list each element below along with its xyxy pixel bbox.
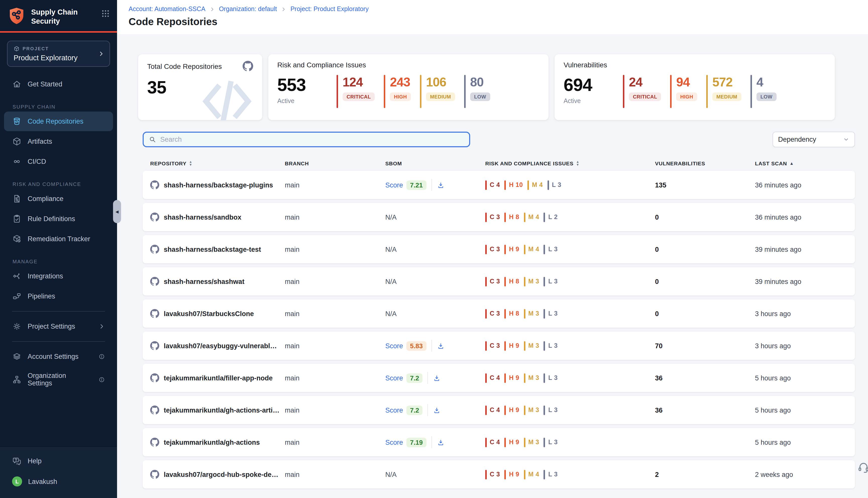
- support-headset-button[interactable]: [857, 461, 868, 474]
- project-selector[interactable]: PROJECT Product Exploratory: [7, 41, 110, 67]
- sidebar-item-organization-settings[interactable]: Organization Settings: [4, 367, 113, 392]
- risk-count-label: C 3: [490, 310, 500, 317]
- sidebar-item-rule-definitions[interactable]: Rule Definitions: [4, 209, 113, 228]
- risk-high: H 9: [505, 245, 519, 254]
- risk-issues-cell: C 3H 9M 4L 3: [485, 470, 655, 479]
- sidebar-item-ci-cd[interactable]: CI/CD: [4, 152, 113, 171]
- column-header-vulnerabilities: VULNERABILITIES: [655, 160, 755, 166]
- breadcrumb-link[interactable]: Organization: default: [219, 5, 277, 13]
- sidebar-user-menu[interactable]: LLavakush: [4, 471, 113, 492]
- download-sbom-icon[interactable]: [433, 374, 441, 382]
- github-icon: [150, 180, 159, 189]
- vulnerabilities-cell: 36: [655, 374, 755, 382]
- last-scan-cell: 3 hours ago: [755, 310, 855, 317]
- risk-low: L 3: [547, 180, 561, 190]
- sidebar-collapse-handle[interactable]: ◀: [113, 200, 121, 223]
- severity-badge: CRITICAL: [629, 92, 661, 101]
- sidebar-item-label: Remediation Tracker: [28, 235, 90, 243]
- severity-rule: [485, 245, 487, 254]
- project-cube-icon: [14, 46, 19, 52]
- repository-name: tejakummarikuntla/filler-app-node: [164, 374, 278, 382]
- severity-body: 243HIGH: [390, 75, 411, 108]
- download-sbom-icon[interactable]: [437, 438, 444, 446]
- breadcrumb-link[interactable]: Account: Automation-SSCA: [129, 5, 205, 13]
- sidebar-item-pipelines[interactable]: Pipelines: [4, 286, 113, 306]
- severity-rule: [505, 373, 506, 383]
- pipeline-icon: [12, 291, 22, 301]
- severity-rule: [505, 341, 506, 351]
- sbom-divider: [428, 404, 428, 416]
- table-row[interactable]: shash-harness/backstage-pluginsmainScore…: [143, 171, 855, 199]
- info-icon: [98, 353, 105, 360]
- table-row[interactable]: shash-harness/shashwatmainN/AC 3H 8M 3L …: [143, 267, 855, 296]
- column-header-label: BRANCH: [285, 160, 309, 166]
- risk-count-label: M 3: [528, 342, 539, 349]
- severity-badge: LOW: [757, 92, 777, 101]
- supply-chain-security-logo-icon: [7, 6, 26, 26]
- sidebar-item-code-repositories[interactable]: Code Repositories: [4, 112, 113, 131]
- vulnerabilities-cell: 2: [655, 471, 755, 478]
- page-header: Account: Automation-SSCAOrganization: de…: [117, 0, 868, 34]
- download-sbom-icon[interactable]: [437, 342, 444, 350]
- sbom-cell: Score7.21: [385, 179, 485, 191]
- search-input[interactable]: [160, 136, 464, 143]
- risk-critical: C 4: [485, 373, 500, 383]
- sidebar-item-compliance[interactable]: Compliance: [4, 189, 113, 209]
- last-scan-cell: 5 hours ago: [755, 374, 855, 382]
- sidebar-item-artifacts[interactable]: Artifacts: [4, 132, 113, 151]
- severity-rule: [524, 405, 525, 415]
- table-row[interactable]: lavakush07/easybuggy-vulnerable-app...ma…: [143, 332, 855, 360]
- risk-count-label: C 4: [490, 407, 500, 414]
- risk-count-label: M 3: [528, 439, 539, 446]
- table-row[interactable]: shash-harness/sandboxmainN/AC 3H 8M 4L 2…: [143, 203, 855, 231]
- severity-rule: [544, 212, 545, 222]
- project-selector-value: Product Exploratory: [14, 54, 104, 62]
- risk-count-label: L 3: [548, 471, 558, 478]
- sidebar-item-help[interactable]: Help: [4, 451, 113, 471]
- risk-critical: C 4: [485, 437, 500, 447]
- table-row[interactable]: tejakummarikuntla/filler-app-nodemainSco…: [143, 364, 855, 392]
- sidebar-item-integrations[interactable]: Integrations: [4, 266, 113, 286]
- column-header-last-scan[interactable]: LAST SCAN▲: [755, 160, 855, 166]
- dependency-filter-dropdown[interactable]: Dependency: [773, 132, 855, 147]
- risk-critical: C 3: [485, 341, 500, 351]
- sbom-divider: [428, 372, 428, 384]
- vulnerabilities-cell: 70: [655, 342, 755, 350]
- risk-medium: M 3: [524, 309, 539, 318]
- table-row[interactable]: lavakush07/argocd-hub-spoke-demomainN/AC…: [143, 460, 855, 488]
- table-row[interactable]: tejakummarikuntla/gh-actions-artifactsma…: [143, 396, 855, 424]
- sidebar-item-project-settings[interactable]: Project Settings: [4, 317, 113, 336]
- severity-rule: [524, 373, 525, 383]
- risk-medium: M 4: [528, 180, 543, 190]
- sbom-score-label: Score: [385, 406, 403, 414]
- sbom-divider: [431, 436, 432, 448]
- sidebar-item-remediation-tracker[interactable]: Remediation Tracker: [4, 229, 113, 249]
- breadcrumb-link[interactable]: Project: Product Exploratory: [290, 5, 369, 13]
- risk-count-label: H 8: [509, 213, 519, 221]
- github-icon: [150, 470, 159, 479]
- severity-body: 94HIGH: [676, 75, 697, 108]
- sidebar-item-label: Get Started: [28, 80, 62, 88]
- severity-rule: [485, 437, 487, 447]
- column-header-risk[interactable]: RISK AND COMPLIANCE ISSUES▲▼: [485, 160, 655, 166]
- column-header-repository[interactable]: REPOSITORY▲▼: [143, 160, 285, 166]
- severity-rule: [544, 373, 545, 383]
- download-sbom-icon[interactable]: [433, 406, 441, 414]
- sidebar-item-account-settings[interactable]: Account Settings: [4, 347, 113, 366]
- sidebar-item-get-started[interactable]: Get Started: [4, 74, 113, 94]
- download-sbom-icon[interactable]: [437, 181, 444, 189]
- search-icon: [149, 136, 156, 143]
- risk-count-label: H 9: [509, 342, 519, 349]
- sbom-na: N/A: [385, 471, 397, 478]
- sidebar-nav: Get StartedSUPPLY CHAINCode Repositories…: [0, 67, 117, 446]
- app-grid-icon[interactable]: [101, 9, 110, 18]
- card-title: Vulnerabilities: [564, 61, 826, 69]
- table-row[interactable]: tejakummarikuntla/gh-actionsmainScore7.1…: [143, 428, 855, 456]
- breadcrumb: Account: Automation-SSCAOrganization: de…: [129, 5, 855, 13]
- sbom-score-label: Score: [385, 181, 403, 189]
- severity-rule: [524, 277, 525, 286]
- table-row[interactable]: shash-harness/backstage-testmainN/AC 3H …: [143, 235, 855, 263]
- table-row[interactable]: lavakush07/StarbucksClonemainN/AC 3H 8M …: [143, 300, 855, 328]
- risk-count-label: C 4: [490, 439, 500, 446]
- risk-medium: M 3: [524, 405, 539, 415]
